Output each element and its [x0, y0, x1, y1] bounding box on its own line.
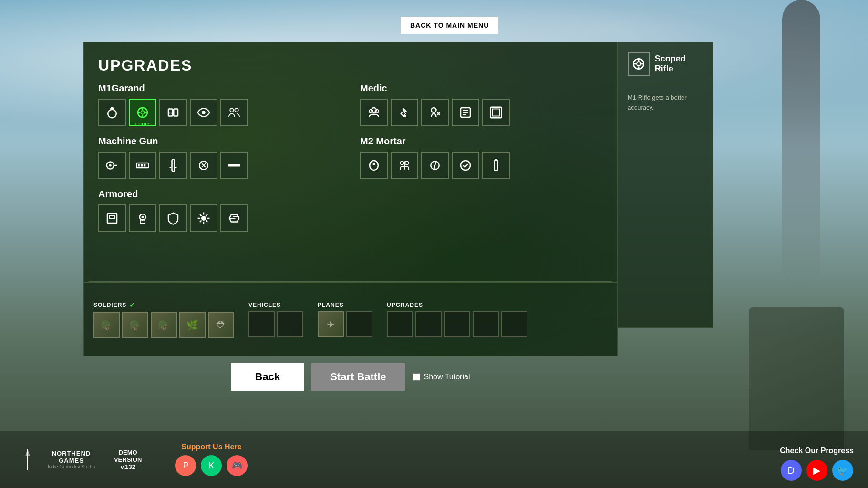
upgrade-icon-mg5[interactable] — [220, 152, 248, 179]
vehicles-label: VEHICLES — [248, 302, 303, 308]
soldier-slot-4[interactable]: 🌿 — [179, 312, 206, 338]
svg-rect-10 — [174, 109, 178, 116]
upgrade-icon-arm2[interactable] — [129, 204, 156, 232]
upgrade-slot-5[interactable] — [501, 311, 527, 337]
upgrade-icon-mo4[interactable] — [452, 152, 479, 179]
section-m2mortar: M2 Mortar — [360, 136, 603, 179]
show-tutorial-container: Show Tutorial — [413, 373, 470, 381]
section-armored: Armored — [98, 189, 603, 232]
svg-point-36 — [400, 161, 404, 165]
logo-sub: Indie Gamedev Studio — [48, 464, 95, 469]
upgrades-slots-section: UPGRADES — [387, 302, 527, 337]
planes-slots: ✈ — [318, 311, 372, 337]
section-medic: Medic — [360, 83, 603, 126]
upgrade-slot-3[interactable] — [444, 311, 470, 337]
upgrade-icon-arm3[interactable] — [159, 204, 187, 232]
upgrade-icon-medic1[interactable] — [360, 99, 388, 126]
soldier-portrait-3: 🪖 — [152, 313, 176, 337]
svg-rect-31 — [144, 164, 146, 167]
svg-point-37 — [405, 161, 409, 165]
show-tutorial-label[interactable]: Show Tutorial — [424, 373, 470, 381]
plane-slot-1[interactable]: ✈ — [318, 311, 344, 337]
upgrade-icon-grenade[interactable] — [98, 99, 126, 126]
logo-text: NORTHENDGAMES — [48, 450, 95, 464]
svg-rect-25 — [493, 109, 500, 116]
upgrade-icon-eye[interactable] — [190, 99, 217, 126]
svg-point-42 — [495, 159, 497, 161]
upgrade-icon-squad[interactable] — [220, 99, 248, 126]
planes-section: PLANES ✈ — [318, 302, 372, 337]
soldier-slot-3[interactable]: 🪖 — [151, 312, 177, 338]
vehicle-slot-2[interactable] — [277, 311, 303, 337]
kickstarter-icon[interactable]: K — [201, 455, 222, 476]
discord-icon[interactable]: D — [781, 460, 802, 481]
upgrade-slot-4[interactable] — [473, 311, 499, 337]
support-icons: P K 🎮 — [175, 455, 248, 476]
selected-item-header: Scoped Rifle — [628, 52, 703, 83]
upgrade-icon-arm1[interactable] — [98, 204, 126, 232]
upgrade-icon-medic3[interactable] — [421, 99, 449, 126]
upgrades-slots — [387, 311, 527, 337]
upgrade-icon-mo2[interactable] — [391, 152, 418, 179]
upgrades-slots-label: UPGRADES — [387, 302, 527, 308]
logo-icon — [14, 445, 41, 474]
soldier-slot-1[interactable]: 🪖 — [93, 312, 120, 338]
upgrade-icon-mo1[interactable] — [360, 152, 388, 179]
back-to-main-menu-button[interactable]: BACK TO MAIN MENU — [401, 17, 498, 34]
svg-point-46 — [201, 216, 206, 221]
back-button[interactable]: Back — [231, 363, 304, 391]
support-title: Support Us Here — [181, 443, 241, 451]
armored-grid — [98, 204, 603, 232]
action-buttons: Back Start Battle Show Tutorial — [83, 363, 618, 391]
machinegun-grid — [98, 152, 341, 179]
soldier-slot-5[interactable]: ⛑ — [208, 312, 234, 338]
upgrade-slot-1[interactable] — [387, 311, 413, 337]
show-tutorial-checkbox[interactable] — [413, 373, 420, 381]
svg-rect-18 — [403, 115, 406, 117]
support-area: Support Us Here P K 🎮 — [175, 443, 248, 476]
youtube-icon[interactable]: ▶ — [806, 460, 827, 481]
upgrade-icon-mo5[interactable] — [482, 152, 510, 179]
right-panel: Scoped Rifle M1 Rifle gets a better accu… — [618, 42, 713, 328]
vehicles-section: VEHICLES — [248, 302, 303, 337]
upgrade-icon-arm5[interactable] — [220, 204, 248, 232]
upgrade-icon-mg3[interactable] — [159, 152, 187, 179]
section-m1garand: M1Garand EQUIP x2 — [98, 83, 341, 126]
medic-label: Medic — [360, 83, 603, 94]
itch-icon[interactable]: 🎮 — [227, 455, 248, 476]
sections-row-3: Armored — [98, 189, 603, 232]
upgrade-icon-arm4[interactable] — [190, 204, 217, 232]
soldier-slot-2[interactable]: 🪖 — [122, 312, 148, 338]
upgrade-icon-ammo[interactable]: x2 — [159, 99, 187, 126]
armored-label: Armored — [98, 189, 603, 200]
upgrade-icon-medic2[interactable] — [391, 99, 418, 126]
upgrade-icon-medic4[interactable] — [452, 99, 479, 126]
upgrade-icon-mg2[interactable] — [129, 152, 156, 179]
patreon-icon[interactable]: P — [175, 455, 196, 476]
svg-point-14 — [235, 108, 238, 112]
bg-smoke — [782, 0, 820, 286]
upgrade-icon-mg1[interactable] — [98, 152, 126, 179]
equip-label: EQUIP — [135, 122, 150, 126]
footer: NORTHENDGAMES Indie Gamedev Studio DEMOV… — [0, 431, 868, 488]
twitter-icon[interactable]: 🐦 — [832, 460, 853, 481]
selected-item-name: Scoped Rifle — [655, 54, 703, 74]
bg-people — [749, 307, 844, 450]
svg-point-40 — [461, 161, 470, 170]
main-panel: UPGRADES M1Garand EQUIP — [83, 42, 618, 356]
upgrade-icon-mo3[interactable] — [421, 152, 449, 179]
plane-portrait-1: ✈ — [319, 312, 343, 336]
soldiers-slots: 🪖 🪖 🪖 🌿 ⛑ — [93, 312, 234, 338]
social-icons: D ▶ 🐦 — [781, 460, 853, 481]
upgrade-slot-2[interactable] — [415, 311, 442, 337]
upgrade-icon-mg4[interactable] — [190, 152, 217, 179]
m2mortar-grid — [360, 152, 603, 179]
upgrade-icon-medic5[interactable] — [482, 99, 510, 126]
start-battle-button[interactable]: Start Battle — [311, 363, 405, 391]
logo-area: NORTHENDGAMES Indie Gamedev Studio — [14, 445, 95, 474]
upgrade-icon-scope[interactable]: EQUIP — [129, 99, 156, 126]
vehicle-slot-1[interactable] — [248, 311, 275, 337]
soldiers-label: SOLDIERS ✓ — [93, 301, 234, 309]
soldiers-section: SOLDIERS ✓ 🪖 🪖 🪖 🌿 ⛑ — [93, 301, 234, 338]
plane-slot-2[interactable] — [346, 311, 372, 337]
